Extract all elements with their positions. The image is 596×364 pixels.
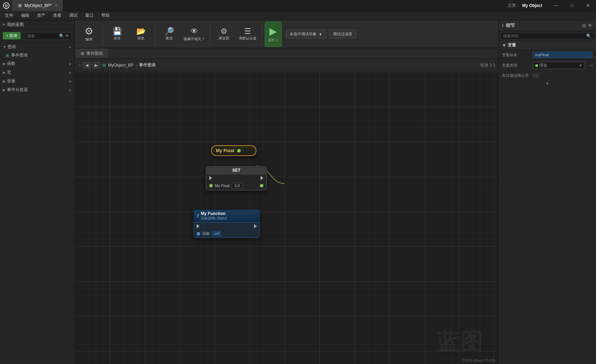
float-getter-body: My Float [211, 145, 256, 156]
float-getter-label: My Float [216, 148, 234, 153]
back-button[interactable]: ◀ [83, 62, 91, 69]
maximize-button[interactable]: □ [564, 0, 580, 11]
eye-icon[interactable]: 👁 [65, 34, 69, 38]
sidebar-section-graph-header[interactable]: ▼ 图表 + [0, 43, 74, 51]
debug-filter-button[interactable]: 调试过滤器 [329, 30, 356, 38]
forward-button[interactable]: ▶ [92, 62, 100, 69]
set-exec-out-pin[interactable] [261, 176, 263, 180]
toolbar-separator-3 [210, 24, 210, 45]
menu-edit[interactable]: 编辑 [17, 12, 33, 19]
sidebar-item-event-graph[interactable]: ⊞ 事件图表 [0, 51, 74, 59]
menu-window[interactable]: 窗口 [82, 12, 97, 19]
breadcrumb-item-event-graph: 事件图表 [139, 62, 156, 68]
add-function-icon[interactable]: + [69, 61, 72, 67]
function-title: My Function [201, 211, 227, 216]
details-variable-section-header: ▼ 变量 [499, 41, 596, 50]
section-macros-label: 宏 [7, 69, 11, 75]
menu-debug[interactable]: 调试 [66, 12, 81, 19]
star-icon[interactable]: ☆ [78, 63, 81, 68]
event-graph-tab[interactable]: ⊞ 事件图表 [76, 49, 108, 58]
class-defaults-label: 类默认认值 [239, 36, 256, 41]
add-graph-icon[interactable]: + [69, 44, 72, 50]
run-button[interactable]: ▶ 运行 ▼ [265, 22, 282, 47]
run-icon: ▶ [269, 25, 277, 37]
class-defaults-button[interactable]: ☰ 类默认认值 [237, 22, 259, 47]
add-event-icon[interactable]: + [69, 87, 72, 93]
details-search-icon: 🔍 [586, 34, 591, 38]
close-button[interactable]: ✕ [580, 0, 596, 11]
details-grid-icon[interactable]: ⊞ [582, 23, 586, 28]
set-exec-row [206, 174, 266, 181]
details-variable-type-select[interactable]: 浮点 ▼ [533, 62, 585, 69]
details-variable-name-label: 变量命名 [502, 52, 530, 58]
function-target-pin[interactable] [197, 232, 200, 236]
tab-close-icon[interactable]: ✕ [54, 3, 57, 7]
minimize-button[interactable]: — [548, 0, 564, 11]
type-dot-icon [535, 64, 538, 67]
compile-label: 编译 [85, 37, 92, 42]
graph-canvas[interactable]: My Float SET My Float [75, 72, 498, 364]
sidebar-section-functions-header[interactable]: ▶ 函数 + [0, 59, 74, 68]
type-settings-icon[interactable]: ⊣ [589, 63, 593, 68]
function-exec-in-pin[interactable] [197, 224, 199, 228]
add-new-button[interactable]: + 新增 [3, 32, 21, 39]
graph-tab-bar: ⊞ 事件图表 [75, 48, 498, 59]
sidebar-section-variables: ▶ 变量 + [0, 77, 74, 86]
breadcrumb-bar: ☆ ◀ ▶ ⊞ MyObject_BP › 事件图表 缩放 1:1 [75, 59, 498, 72]
add-variable-icon[interactable]: + [69, 79, 72, 84]
menu-assets[interactable]: 资产 [34, 12, 49, 19]
breadcrumb-item-blueprint[interactable]: MyObject_BP [108, 63, 133, 68]
set-exec-in-pin[interactable] [209, 176, 212, 180]
hide-dropdown-arrow: ▼ [202, 37, 205, 40]
menu-help[interactable]: 帮助 [98, 12, 113, 19]
details-search-input[interactable] [503, 34, 586, 38]
tab-area: ⊞ MyObject_BP* ✕ [13, 0, 502, 11]
sidebar-section-macros-header[interactable]: ▶ 宏 + [0, 68, 74, 77]
set-float-in-pin[interactable] [209, 184, 213, 187]
hide-unrelated-button[interactable]: 👁 隐藏不相关 ▼ [182, 22, 207, 47]
sidebar-section-variables-header[interactable]: ▶ 变量 + [0, 77, 74, 86]
details-expand-icon[interactable]: ▼ [546, 82, 549, 86]
details-variable-expand-icon[interactable]: ▼ [502, 43, 506, 48]
debug-filter-dropdown[interactable]: 未选中调试对象 ▼ [286, 30, 326, 38]
chevron-variables-icon: ▶ [3, 79, 6, 83]
details-variable-name-input[interactable] [533, 52, 593, 58]
function-node-header: f My Function 目标是My Object [194, 210, 260, 222]
float-getter-output-pin[interactable] [237, 149, 241, 153]
my-blueprints-label: 我的蓝图 [7, 22, 24, 28]
node-set[interactable]: SET My Float [206, 166, 267, 191]
chevron-graph-icon: ▼ [3, 45, 6, 49]
compile-button[interactable]: ⚙ 编译 [78, 22, 100, 47]
add-macro-icon[interactable]: + [69, 70, 72, 75]
set-float-value-input[interactable] [232, 183, 243, 188]
class-settings-button[interactable]: ⚙ 类设置 [213, 22, 235, 47]
connections-svg [75, 72, 498, 364]
browse-button[interactable]: 📂 浏览 [130, 22, 152, 47]
event-graph-icon: ⊞ [6, 53, 9, 58]
search-input[interactable] [27, 34, 59, 38]
node-float-getter[interactable]: My Float [211, 145, 256, 156]
hide-icon: 👁 [190, 27, 198, 36]
find-button[interactable]: 🔎 查找 [158, 22, 180, 47]
save-label: 保存 [114, 36, 121, 41]
menu-file[interactable]: 文件 [1, 12, 17, 19]
parent-class-area: 父类： My Object [502, 2, 548, 8]
debug-filter-arrow: ▼ [319, 32, 322, 36]
save-button[interactable]: 💾 保存 [106, 22, 128, 47]
active-tab[interactable]: ⊞ MyObject_BP* ✕ [13, 0, 63, 11]
sidebar-section-events-header[interactable]: ▶ 事件分发器 + [0, 86, 74, 94]
search-icon: 🔍 [59, 34, 64, 38]
menu-view[interactable]: 查看 [50, 12, 65, 19]
set-float-out-pin[interactable] [260, 184, 263, 187]
node-my-function[interactable]: f My Function 目标是My Object [194, 210, 260, 238]
details-eye-icon[interactable]: 👁 [588, 23, 593, 28]
find-icon: 🔎 [165, 28, 174, 35]
function-icon: f [197, 213, 199, 219]
details-expose-toggle[interactable] [533, 74, 538, 77]
chevron-events-icon: ▶ [3, 88, 6, 92]
details-search-bar: 🔍 [501, 32, 594, 39]
find-label: 查找 [166, 36, 173, 41]
breadcrumb-separator: › [136, 63, 137, 68]
function-exec-out-pin[interactable] [254, 224, 257, 228]
set-node-body: My Float [206, 174, 267, 190]
